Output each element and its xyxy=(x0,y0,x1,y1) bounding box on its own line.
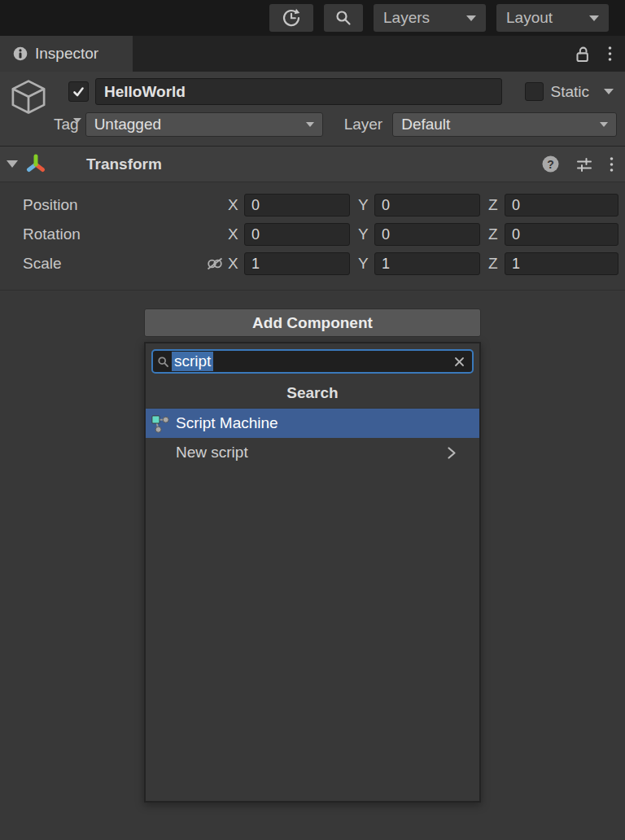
position-z-field[interactable]: 0 xyxy=(505,194,618,217)
layers-dropdown-label: Layers xyxy=(383,9,466,27)
component-item-new-script[interactable]: New script xyxy=(146,438,479,467)
link-broken-icon[interactable] xyxy=(205,256,225,271)
axis-x-label[interactable]: X xyxy=(228,255,244,273)
svg-text:?: ? xyxy=(547,158,554,171)
magnifier-icon xyxy=(157,356,169,368)
tab-inspector-label: Inspector xyxy=(35,45,98,63)
search-icon xyxy=(334,8,353,28)
axis-z-label[interactable]: Z xyxy=(488,255,505,273)
kebab-menu-icon[interactable] xyxy=(610,156,614,173)
clear-icon[interactable] xyxy=(453,356,465,368)
info-icon xyxy=(13,46,28,61)
transform-header[interactable]: Transform ? xyxy=(0,147,625,182)
component-item-label: New script xyxy=(176,444,248,462)
add-component-area: Add Component script xyxy=(144,308,481,803)
rotation-y-field[interactable]: 0 xyxy=(374,223,480,246)
kebab-menu-icon[interactable] xyxy=(608,46,612,62)
gameobject-icon-anchor xyxy=(7,77,50,120)
help-icon[interactable]: ? xyxy=(542,155,559,173)
inspector-tabbar: Inspector xyxy=(0,36,625,72)
dropdown-arrow-icon xyxy=(600,122,608,127)
layers-dropdown[interactable]: Layers xyxy=(374,4,486,32)
add-component-button-label: Add Component xyxy=(252,314,373,332)
presets-icon[interactable] xyxy=(575,156,593,173)
scale-y-field[interactable]: 1 xyxy=(374,252,480,275)
gameobject-name-field[interactable]: HelloWorld xyxy=(95,78,502,105)
axis-y-label[interactable]: Y xyxy=(358,196,374,214)
axis-y-label[interactable]: Y xyxy=(358,225,374,243)
rotation-x-field[interactable]: 0 xyxy=(244,223,350,246)
layer-label: Layer xyxy=(344,116,383,133)
search-results-header: Search xyxy=(146,378,479,409)
history-button[interactable] xyxy=(269,4,313,32)
global-search-button[interactable] xyxy=(324,4,363,32)
component-item-label: Script Machine xyxy=(176,414,278,432)
transform-title: Transform xyxy=(86,155,162,173)
position-label: Position xyxy=(23,196,205,214)
gameobject-header: HelloWorld Static Tag Untagged Layer Def… xyxy=(0,72,625,147)
search-results-header-label: Search xyxy=(286,384,338,402)
transform-body: Position X 0 Y 0 Z 0 Rotation X 0 Y 0 Z … xyxy=(0,182,625,291)
active-checkbox[interactable] xyxy=(68,81,89,102)
scale-label: Scale xyxy=(23,255,205,273)
position-y-field[interactable]: 0 xyxy=(374,194,480,217)
foldout-arrow-icon[interactable] xyxy=(7,160,18,168)
component-search-input[interactable]: script xyxy=(151,349,474,374)
script-machine-icon xyxy=(150,413,170,434)
axis-x-label[interactable]: X xyxy=(228,225,244,243)
gameobject-name: HelloWorld xyxy=(104,83,186,101)
search-input-value: script xyxy=(172,352,213,371)
lock-open-icon[interactable] xyxy=(575,46,590,63)
rotation-label: Rotation xyxy=(23,225,205,243)
axis-x-label[interactable]: X xyxy=(228,196,244,214)
dropdown-arrow-icon xyxy=(589,15,599,21)
add-component-button[interactable]: Add Component xyxy=(144,308,481,337)
history-icon xyxy=(281,7,302,28)
layout-dropdown[interactable]: Layout xyxy=(496,4,609,32)
static-label: Static xyxy=(550,83,589,101)
tag-value: Untagged xyxy=(94,116,306,133)
static-checkbox[interactable] xyxy=(525,82,544,101)
position-row: Position X 0 Y 0 Z 0 xyxy=(23,190,618,220)
layer-dropdown[interactable]: Default xyxy=(392,112,617,137)
tag-dropdown[interactable]: Untagged xyxy=(85,112,323,137)
tab-inspector[interactable]: Inspector xyxy=(0,36,133,72)
axis-y-label[interactable]: Y xyxy=(358,255,374,273)
checkmark-icon xyxy=(72,85,85,98)
cube-icon[interactable] xyxy=(7,77,50,120)
axis-z-label[interactable]: Z xyxy=(488,225,505,243)
static-dropdown-arrow[interactable] xyxy=(604,89,614,94)
rotation-z-field[interactable]: 0 xyxy=(505,223,618,246)
scale-x-field[interactable]: 1 xyxy=(244,252,350,275)
position-x-field[interactable]: 0 xyxy=(244,194,350,217)
dropdown-arrow-icon xyxy=(466,15,476,21)
add-component-popup: script Search xyxy=(144,342,481,803)
gameobject-icon-dropdown-arrow[interactable] xyxy=(73,118,81,123)
scale-row: Scale X 1 Y 1 Z 1 xyxy=(23,249,618,278)
layer-value: Default xyxy=(401,116,600,133)
axis-z-label[interactable]: Z xyxy=(488,196,505,214)
rotation-row: Rotation X 0 Y 0 Z 0 xyxy=(23,220,618,249)
transform-axis-icon xyxy=(24,153,47,176)
layout-dropdown-label: Layout xyxy=(506,9,589,27)
chevron-right-icon xyxy=(447,446,457,460)
main-toolbar: Layers Layout xyxy=(0,0,625,36)
component-item-script-machine[interactable]: Script Machine xyxy=(146,409,479,438)
dropdown-arrow-icon xyxy=(306,122,314,127)
scale-z-field[interactable]: 1 xyxy=(505,252,618,275)
